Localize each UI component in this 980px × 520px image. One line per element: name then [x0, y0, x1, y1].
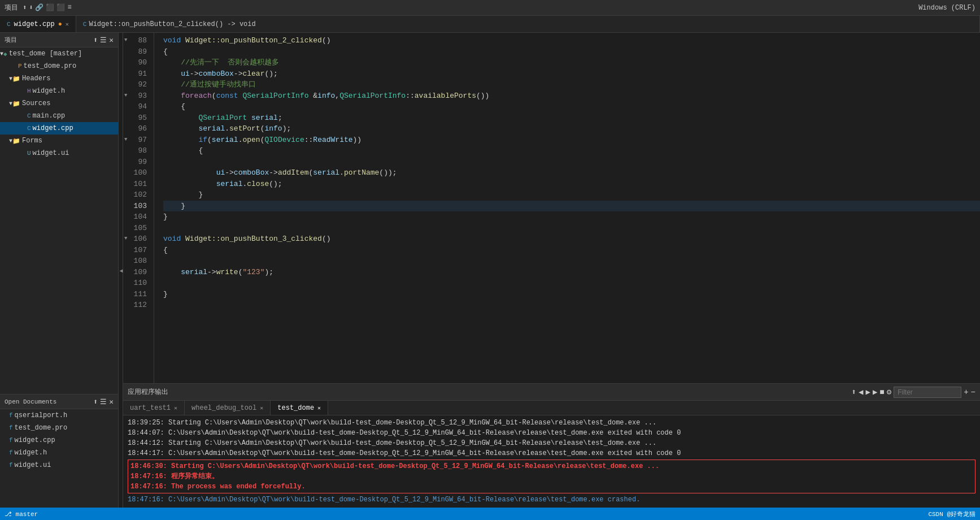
token-op: ()) — [476, 92, 489, 100]
token-op: } — [163, 213, 168, 221]
tab-close-widget-cpp[interactable]: ✕ — [66, 21, 69, 28]
code-content[interactable]: void Widget::on_pushButton_2_clicked(){ … — [154, 33, 980, 383]
sidebar-icon-list[interactable]: ☰ — [100, 36, 107, 45]
line-number-89: 89 — [123, 46, 149, 58]
sidebar-tree-item-widget_ui[interactable]: Uwidget.ui — [0, 147, 118, 159]
open-docs-icon-close[interactable]: ✕ — [109, 397, 114, 406]
sidebar-tree-item-widget_h[interactable]: Hwidget.h — [0, 85, 118, 97]
open-docs-icon-list[interactable]: ☰ — [100, 397, 107, 406]
panel-toolbar-icons[interactable]: ⬆ ◀ ▶ ▶ ■ ⚙ + − — [852, 387, 975, 398]
tree-label: Forms — [22, 137, 42, 145]
code-line-108 — [163, 255, 980, 267]
bottom-tab-test_dome[interactable]: test_dome✕ — [271, 401, 328, 415]
open-doc-label: widget.h — [15, 449, 47, 457]
tab-icon-cpp: C — [7, 21, 11, 28]
token-op: ); — [282, 124, 291, 133]
token-op: . — [225, 124, 229, 133]
btab-close-test_dome[interactable]: ✕ — [317, 405, 321, 411]
code-line-105 — [163, 223, 980, 234]
token-cmt: //先清一下 否则会越积越多 — [163, 58, 279, 67]
line-numbers: ▼8889909192▼93949596▼9798991001011021031… — [123, 33, 154, 383]
open-doc-item-test_dome_pro2[interactable]: ftest_dome.pro — [0, 422, 118, 434]
tab-breadcrumb[interactable]: C Widget::on_pushButton_2_clicked() -> v… — [76, 16, 980, 32]
open-doc-item-widget_h2[interactable]: fwidget.h — [0, 447, 118, 459]
panel-icon-stop[interactable]: ■ — [879, 388, 884, 397]
fold-arrow[interactable]: ▼ — [124, 90, 127, 102]
sidebar-tree-item-test_dome_pro[interactable]: Ptest_dome.pro — [0, 60, 118, 72]
filter-input[interactable] — [894, 387, 961, 398]
collapse-bar[interactable]: ◀ — [119, 33, 123, 508]
open-doc-label: test_dome.pro — [15, 424, 68, 432]
btab-close-uart_test1[interactable]: ✕ — [174, 405, 177, 411]
bottom-tab-uart_test1[interactable]: uart_test1✕ — [123, 401, 185, 415]
folder-icon: 📁 — [12, 75, 20, 83]
token-kw: void — [163, 235, 181, 243]
sidebar-tree-item-forms[interactable]: ▼📁Forms — [0, 135, 118, 147]
line-number-105: 105 — [123, 223, 149, 234]
line-number-99: 99 — [123, 157, 149, 168]
os-label: Windows (CRLF) — [918, 4, 975, 12]
pro-file-icon: P — [18, 63, 22, 70]
token-var: ReadWrite — [313, 136, 352, 144]
token-str: "123" — [242, 268, 264, 276]
sidebar-tree-item-sources[interactable]: ▼📁Sources — [0, 97, 118, 110]
panel-icon-settings[interactable]: ⚙ — [887, 387, 891, 397]
panel-icon-run[interactable]: ▶ — [873, 387, 877, 397]
top-bar-left: 项目 ⬆⬇🔗⬛⬛≡ — [5, 3, 72, 12]
token-op: -> — [190, 70, 199, 78]
line-number-101: 101 — [123, 179, 149, 190]
open-docs-icons[interactable]: ⬆ ☰ ✕ — [93, 397, 114, 406]
tree-label: main.cpp — [33, 112, 66, 120]
panel-icon-add[interactable]: + — [964, 388, 968, 397]
open-doc-item-qserialport_h[interactable]: fqserialport.h — [0, 409, 118, 422]
file-icon: f — [9, 437, 13, 444]
fold-arrow[interactable]: ▼ — [124, 135, 127, 146]
sidebar-icon-close[interactable]: ✕ — [109, 36, 114, 45]
token-op — [247, 114, 251, 122]
token-var: serial — [216, 180, 243, 188]
line-number-103: 103 — [123, 201, 149, 212]
code-line-94: { — [163, 101, 980, 112]
token-op: () — [322, 235, 331, 243]
code-line-97: if(serial.open(QIODevice::ReadWrite)) — [163, 135, 980, 146]
sidebar-tree: ▼◆test_dome [master]Ptest_dome.pro▼📁Head… — [0, 47, 118, 394]
token-op: ( — [260, 136, 265, 144]
sidebar-tree-item-headers[interactable]: ▼📁Headers — [0, 72, 118, 85]
output-line-8: 18:47:16: 程序异常结束。 — [130, 471, 973, 482]
line-number-94: 94 — [123, 101, 149, 112]
line-number-111: 111 — [123, 289, 149, 300]
token-var: info — [264, 124, 282, 133]
fold-arrow[interactable]: ▼ — [124, 233, 127, 245]
token-var: serial — [198, 124, 225, 133]
tree-label: widget.cpp — [33, 124, 73, 132]
token-var: serial — [251, 114, 278, 122]
panel-icon-next[interactable]: ▶ — [865, 387, 870, 397]
panel-icon-jump[interactable]: ⬆ — [852, 387, 856, 397]
open-doc-item-widget_ui2[interactable]: fwidget.ui — [0, 459, 118, 471]
open-doc-item-widget_cpp2[interactable]: fwidget.cpp — [0, 434, 118, 447]
sidebar-tree-item-main_cpp[interactable]: Cmain.cpp — [0, 110, 118, 122]
token-op — [163, 92, 181, 100]
token-op: -> — [225, 168, 234, 177]
status-bar: ⎇ master CSDN @好奇龙猫 — [0, 508, 980, 520]
token-op — [181, 36, 185, 45]
panel-icon-remove[interactable]: − — [971, 388, 975, 397]
token-var: serial — [313, 168, 339, 177]
token-fn: write — [216, 268, 238, 276]
code-line-107: { — [163, 245, 980, 256]
btab-close-wheel_debug_tool[interactable]: ✕ — [260, 405, 263, 411]
bottom-tab-wheel_debug_tool[interactable]: wheel_debug_tool✕ — [185, 401, 271, 415]
open-docs-title: Open Documents — [5, 398, 56, 405]
line-number-95: 95 — [123, 112, 149, 124]
token-op: ); — [264, 268, 273, 276]
sidebar-icon-up[interactable]: ⬆ — [93, 36, 98, 45]
tab-widget-cpp[interactable]: C widget.cpp ● ✕ — [0, 16, 76, 32]
sidebar-tree-item-test_dome_master[interactable]: ▼◆test_dome [master] — [0, 47, 118, 60]
breadcrumb-icon: C — [83, 21, 87, 28]
open-docs-icon-up[interactable]: ⬆ — [93, 397, 98, 406]
nav-icons[interactable]: ⬆⬇🔗⬛⬛≡ — [23, 3, 72, 12]
sidebar-tree-item-widget_cpp[interactable]: Cwidget.cpp — [0, 122, 118, 135]
sidebar-header-icons[interactable]: ⬆ ☰ ✕ — [93, 36, 114, 45]
panel-icon-prev[interactable]: ◀ — [859, 387, 863, 397]
fold-arrow[interactable]: ▼ — [124, 35, 127, 46]
